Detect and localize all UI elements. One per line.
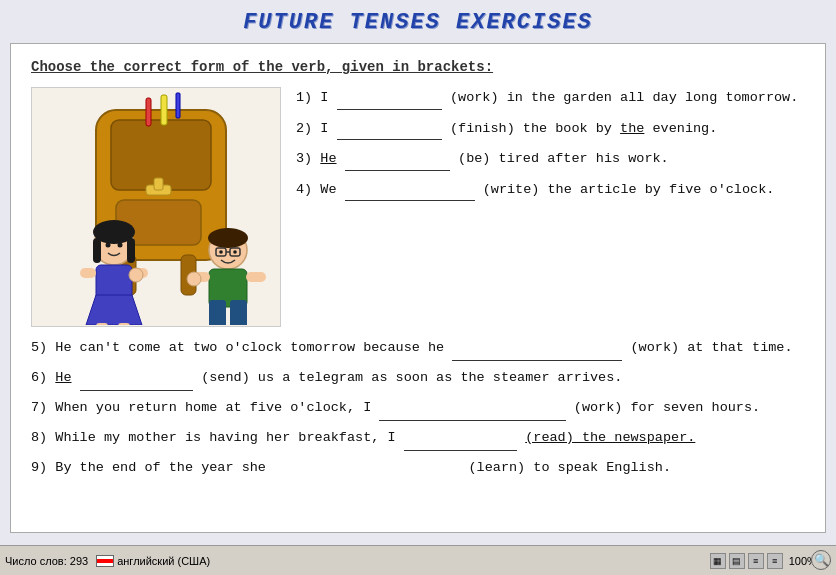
question-8: 8) While my mother is having her breakfa… xyxy=(31,427,805,451)
question-6: 6) He (send) us a telegram as soon as th… xyxy=(31,367,805,391)
svg-point-14 xyxy=(106,242,111,247)
cartoon-illustration xyxy=(36,90,276,325)
question-2: 2) I (finish) the book by the evening. xyxy=(296,118,805,141)
svg-rect-13 xyxy=(127,238,135,263)
svg-rect-8 xyxy=(146,98,151,126)
svg-point-30 xyxy=(233,250,237,254)
blank-5[interactable] xyxy=(452,337,622,361)
question-3: 3) He (be) tired after his work. xyxy=(296,148,805,171)
svg-point-38 xyxy=(187,272,201,286)
svg-rect-7 xyxy=(161,95,167,125)
question-9: 9) By the end of the year she (learn) to… xyxy=(31,457,805,480)
blank-1[interactable] xyxy=(337,87,442,110)
title-bar: FUTURE TENSES EXERCISES xyxy=(0,0,836,43)
magnifier-icon[interactable]: 🔍 xyxy=(811,550,831,570)
svg-rect-17 xyxy=(96,323,108,325)
full-questions: 5) He can't come at two o'clock tomorrow… xyxy=(31,337,805,480)
svg-point-25 xyxy=(208,228,248,248)
svg-point-29 xyxy=(219,250,223,254)
flag-icon xyxy=(96,555,114,567)
blank-7[interactable] xyxy=(379,397,565,421)
page-title: FUTURE TENSES EXERCISES xyxy=(243,10,593,35)
content-area: Choose the correct form of the verb, giv… xyxy=(10,43,826,533)
question-4: 4) We (write) the article by five o'cloc… xyxy=(296,179,805,202)
blank-6[interactable] xyxy=(80,367,193,391)
blank-8[interactable] xyxy=(404,427,517,451)
svg-rect-37 xyxy=(246,272,266,282)
question-1: 1) I (work) in the garden all day long t… xyxy=(296,87,805,110)
status-icons: ▦ ▤ ≡ ≡ xyxy=(710,553,783,569)
word-count: Число слов: 293 xyxy=(5,555,88,567)
svg-rect-33 xyxy=(230,300,247,325)
svg-point-15 xyxy=(118,242,123,247)
blank-2[interactable] xyxy=(337,118,442,141)
language-flag: английский (США) xyxy=(96,555,210,567)
svg-rect-21 xyxy=(80,268,96,278)
status-bar: Число слов: 293 английский (США) ▦ ▤ ≡ ≡… xyxy=(0,545,836,575)
question-5: 5) He can't come at two o'clock tomorrow… xyxy=(31,337,805,361)
question-7: 7) When you return home at five o'clock,… xyxy=(31,397,805,421)
status-icon-1: ▦ xyxy=(710,553,726,569)
illustration-box xyxy=(31,87,281,327)
exercise-layout: 1) I (work) in the garden all day long t… xyxy=(31,87,805,327)
subtitle: Choose the correct form of the verb, giv… xyxy=(31,59,805,75)
svg-rect-12 xyxy=(93,238,101,263)
blank-3[interactable] xyxy=(345,148,450,171)
svg-rect-6 xyxy=(154,178,163,190)
status-icon-3: ≡ xyxy=(748,553,764,569)
svg-rect-18 xyxy=(118,323,130,325)
main-window: FUTURE TENSES EXERCISES Choose the corre… xyxy=(0,0,836,545)
status-icon-4: ≡ xyxy=(767,553,783,569)
svg-point-23 xyxy=(129,268,143,282)
svg-rect-9 xyxy=(176,93,180,118)
questions-right: 1) I (work) in the garden all day long t… xyxy=(296,87,805,327)
status-icon-2: ▤ xyxy=(729,553,745,569)
language-label: английский (США) xyxy=(117,555,210,567)
blank-4[interactable] xyxy=(345,179,475,202)
svg-rect-32 xyxy=(209,300,226,325)
